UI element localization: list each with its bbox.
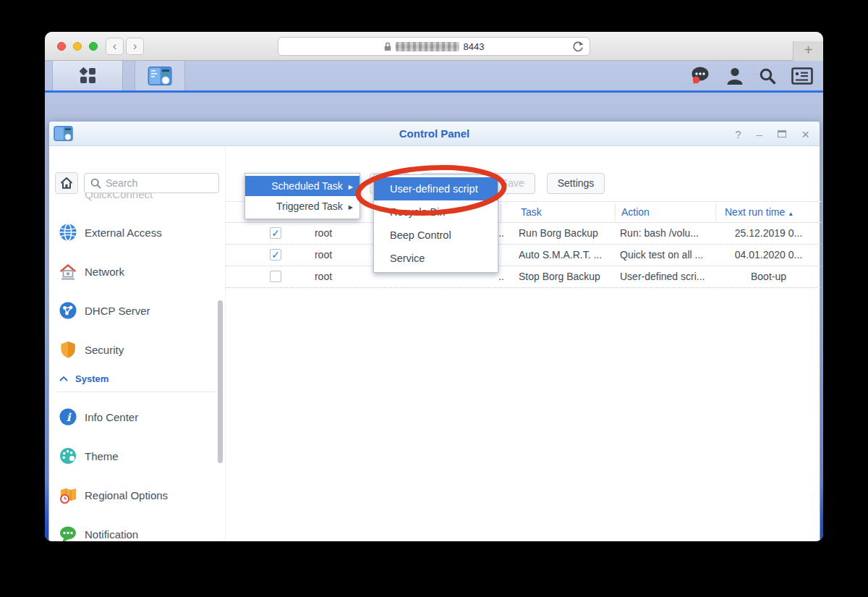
search-icon <box>90 178 101 189</box>
home-button[interactable] <box>55 172 78 194</box>
home-icon <box>59 176 74 190</box>
control-panel-window: Control Panel ? – × <box>48 121 820 541</box>
cell-next-run-time: 04.01.2020 0... <box>715 249 822 261</box>
control-panel-app-icon <box>148 66 172 86</box>
column-header-action[interactable]: Action <box>621 206 650 218</box>
sidebar-item-info-center[interactable]: i Info Center <box>49 397 225 436</box>
sidebar-section-label: System <box>75 373 109 384</box>
submenu-arrow-icon: ▶ <box>349 184 353 190</box>
row-checkbox[interactable]: ✓ <box>270 249 281 261</box>
sidebar-item-theme[interactable]: Theme <box>49 436 225 475</box>
dsm-desktop: Control Panel ? – × <box>45 61 823 541</box>
widgets-icon[interactable] <box>791 67 813 85</box>
menu-item-recycle-bin[interactable]: Recycle Bin <box>374 200 498 224</box>
browser-window: ‹ › 8443 + <box>45 32 823 541</box>
menu-item-scheduled-task[interactable]: Scheduled Task▶ <box>245 176 359 196</box>
column-header-task[interactable]: Task <box>521 206 542 218</box>
column-header-next-run-time[interactable]: Next run time ▲ <box>725 206 793 218</box>
cell-owner: root <box>294 227 352 239</box>
chevron-up-icon <box>59 376 68 381</box>
main-menu-grid-icon <box>80 68 95 83</box>
sidebar-divider <box>56 391 218 392</box>
sidebar-section-system[interactable]: System <box>59 373 215 384</box>
cell-owner: root <box>294 249 352 261</box>
notifications-icon[interactable] <box>690 66 711 85</box>
cell-next-run-time: Boot-up <box>715 271 822 282</box>
main-menu-button[interactable] <box>52 61 123 90</box>
search-field[interactable] <box>84 173 219 193</box>
maximize-icon[interactable] <box>778 130 786 137</box>
user-icon[interactable] <box>726 67 744 85</box>
search-input[interactable] <box>106 177 200 189</box>
menu-item-beep-control[interactable]: Beep Control <box>374 224 498 247</box>
cell-next-run-time: 25.12.2019 0... <box>715 227 822 239</box>
search-icon[interactable] <box>759 67 776 85</box>
window-controls: ? – × <box>735 122 809 146</box>
sidebar-item-label: DHCP Server <box>85 305 150 317</box>
sort-ascending-icon: ▲ <box>788 211 793 217</box>
map-clock-icon <box>59 486 77 504</box>
help-icon[interactable]: ? <box>735 129 741 140</box>
dhcp-icon <box>59 301 77 320</box>
palette-icon <box>59 446 77 465</box>
sidebar-item-notification[interactable]: Notification <box>49 515 225 541</box>
row-checkbox[interactable] <box>270 271 281 282</box>
sidebar-item-network[interactable]: Network <box>49 252 225 291</box>
screenshot-canvas: ‹ › 8443 + <box>0 0 868 597</box>
sidebar-item-label: Security <box>85 344 124 356</box>
sidebar-item-external-access[interactable]: External Access <box>49 213 225 252</box>
minimize-icon[interactable]: – <box>757 129 762 140</box>
window-titlebar: Control Panel ? – × <box>49 122 820 146</box>
cell-action: Run: bash /volu... <box>620 227 714 239</box>
window-title: Control Panel <box>49 127 820 140</box>
sidebar-item-label: Info Center <box>85 411 138 423</box>
sidebar: QuickConnect External Access <box>49 146 225 541</box>
menu-item-user-defined-script[interactable]: User-defined script <box>374 177 498 200</box>
table-row[interactable]: ✓ root .. Run Borg Backup Run: bash /vol… <box>226 223 822 245</box>
cell-action: Quick test on all ... <box>620 249 714 261</box>
create-menu: Scheduled Task▶ Triggered Task▶ <box>244 173 360 219</box>
close-icon[interactable]: × <box>801 127 809 141</box>
scheduled-task-submenu: User-defined script Recycle Bin Beep Con… <box>373 174 498 273</box>
sidebar-item-label: Regional Options <box>85 489 168 501</box>
submenu-arrow-icon: ▶ <box>349 204 353 211</box>
sidebar-item-label: Notification <box>85 528 138 541</box>
row-checkbox[interactable]: ✓ <box>270 227 281 239</box>
settings-button[interactable]: Settings <box>547 173 605 194</box>
taskbar-accent-line <box>45 90 823 93</box>
sidebar-item-regional-options[interactable]: Regional Options <box>49 475 225 515</box>
cell-action: User-defined scri... <box>620 271 714 282</box>
speech-bubble-icon <box>59 525 77 541</box>
dsm-taskbar <box>45 32 823 93</box>
cell-task: Run Borg Backup <box>519 227 618 239</box>
table-row[interactable]: ✓ root Auto S.M.A.R.T. ... Quick test on… <box>226 245 822 266</box>
shield-icon <box>59 340 77 359</box>
cell-task: Auto S.M.A.R.T. ... <box>519 249 618 261</box>
menu-item-triggered-task[interactable]: Triggered Task▶ <box>245 196 359 216</box>
sidebar-item-label: Theme <box>85 450 119 462</box>
sidebar-item-label: External Access <box>85 226 162 239</box>
network-house-icon <box>59 262 77 281</box>
control-panel-taskbar-button[interactable] <box>135 61 185 90</box>
sidebar-item-label: Network <box>85 266 124 278</box>
globe-icon <box>59 223 77 242</box>
cell-task: Stop Borg Backup <box>519 271 618 282</box>
taskbar-tray <box>690 61 813 90</box>
sidebar-scrollbar[interactable] <box>218 300 223 463</box>
menu-item-service[interactable]: Service <box>374 247 498 270</box>
table-row[interactable]: root .. Stop Borg Backup User-defined sc… <box>226 266 822 288</box>
sidebar-item-dhcp-server[interactable]: DHCP Server <box>49 291 225 330</box>
cell-owner: root <box>294 271 352 282</box>
sidebar-item-security[interactable]: Security <box>49 330 225 369</box>
info-icon: i <box>59 407 77 426</box>
